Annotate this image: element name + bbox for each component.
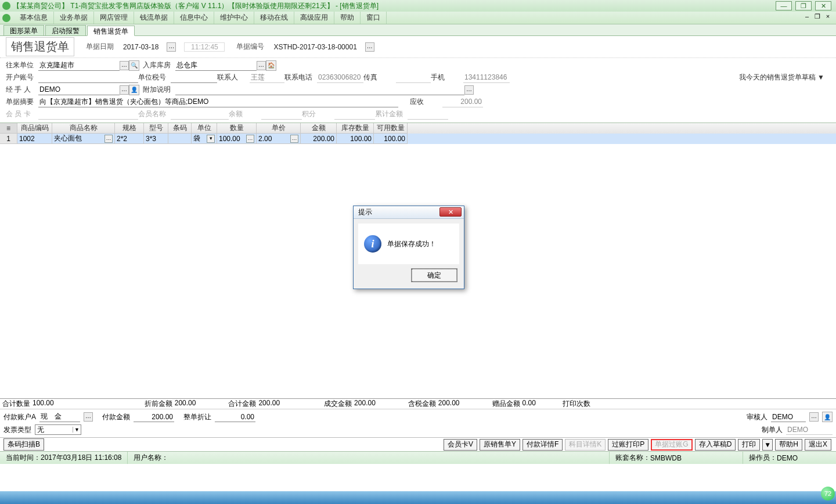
col-code[interactable]: 商品编码 [17, 123, 52, 134]
auditor-lookup-button[interactable]: … [809, 412, 819, 422]
cell-spec[interactable]: 2*2 [115, 134, 144, 144]
grid-row[interactable]: 1 1002 夹心面包… 2*2 3*3 袋▾ 100.00… 2.00… 20… [0, 134, 836, 144]
customer-input[interactable] [38, 60, 120, 71]
cell-name[interactable]: 夹心面包… [52, 134, 115, 144]
menu-shop-mgmt[interactable]: 网店管理 [94, 12, 134, 24]
discount-input[interactable] [215, 412, 255, 422]
cell-price[interactable]: 2.00… [257, 134, 301, 144]
pay-amount-input[interactable] [134, 412, 174, 422]
cell-price-button-icon[interactable]: … [290, 135, 298, 143]
col-qty[interactable]: 数量 [217, 123, 257, 134]
today-drafts-link[interactable]: 我今天的销售退货单草稿 ▼ [739, 73, 824, 82]
col-barcode[interactable]: 条码 [168, 123, 192, 134]
invoice-type-combo[interactable]: ▼ [35, 424, 81, 435]
print-button[interactable]: 打印 [738, 439, 760, 451]
cell-model[interactable]: 3*3 [144, 134, 168, 144]
auditor-input[interactable] [771, 412, 806, 422]
tab-start-alarm[interactable]: 启动报警 [45, 25, 86, 35]
col-spec[interactable]: 规格 [115, 123, 144, 134]
exit-button[interactable]: 退出X [805, 439, 831, 451]
cell-amount[interactable]: 200.00 [301, 134, 337, 144]
doc-date-value[interactable]: 2017-03-18 [123, 43, 158, 51]
minimize-button[interactable]: — [776, 1, 792, 10]
totals-bar: 合计数量100.00 折前金额200.00 合计金额200.00 成交金额200… [0, 398, 836, 409]
payment-area: 付款账户A … 付款金额 整单折让 审核人 … 👤 发票类型 ▼ 制单人 [0, 409, 836, 437]
note-more-button[interactable]: … [464, 85, 474, 95]
mdi-minimize-icon[interactable]: – [802, 13, 812, 20]
handler-detail-icon[interactable]: 👤 [129, 85, 139, 95]
pay-account-lookup-button[interactable]: … [84, 412, 93, 422]
dialog-title-bar[interactable]: 提示 ✕ [354, 206, 464, 219]
col-name[interactable]: 商品名称 [52, 123, 115, 134]
barcode-scan-button[interactable]: 条码扫描B [3, 438, 44, 451]
cell-barcode[interactable] [168, 134, 192, 144]
notification-badge[interactable]: 72 [821, 487, 835, 501]
col-unit[interactable]: 单位 [192, 123, 217, 134]
member-card-button[interactable]: 会员卡V [444, 439, 477, 451]
warehouse-detail-icon[interactable]: 🏠 [266, 60, 276, 71]
col-stock[interactable]: 库存数量 [337, 123, 374, 134]
help-button[interactable]: 帮助H [775, 439, 802, 451]
dialog-close-button[interactable]: ✕ [439, 207, 462, 217]
close-button[interactable]: ✕ [815, 1, 831, 10]
auditor-detail-icon[interactable]: 👤 [822, 412, 833, 422]
post-doc-button[interactable]: 单据过账G [651, 439, 692, 451]
post-print-button[interactable]: 过账打印P [608, 439, 648, 451]
cell-qty-button-icon[interactable]: … [246, 135, 254, 143]
tab-graphic-menu[interactable]: 图形菜单 [3, 25, 44, 35]
handler-lookup-button[interactable]: … [120, 85, 129, 95]
cell-unit[interactable]: 袋▾ [192, 134, 217, 144]
menu-advanced[interactable]: 高级应用 [294, 12, 334, 24]
dialog-ok-button[interactable]: 确定 [412, 269, 457, 282]
date-picker-button[interactable]: … [167, 42, 176, 52]
cell-code[interactable]: 1002 [17, 134, 52, 144]
dialog-title: 提示 [358, 207, 372, 217]
payment-detail-button[interactable]: 付款详情F [522, 439, 563, 451]
taxno-input[interactable] [171, 73, 217, 83]
original-sale-button[interactable]: 原销售单Y [480, 439, 520, 451]
menu-info-center[interactable]: 信息中心 [174, 12, 214, 24]
maximize-button[interactable]: ❐ [795, 1, 812, 10]
customer-detail-icon[interactable]: 🔍 [129, 60, 139, 71]
pay-account-input[interactable] [39, 412, 80, 422]
summary-input[interactable] [38, 97, 398, 107]
docno-lookup-button[interactable]: … [365, 42, 374, 52]
cell-name-lookup-icon[interactable]: … [105, 135, 113, 143]
invoice-type-label: 发票类型 [3, 425, 31, 435]
menu-biz-docs[interactable]: 业务单据 [54, 12, 94, 24]
print-dropdown-button[interactable]: ▼ [762, 439, 773, 451]
col-price[interactable]: 单价 [257, 123, 301, 134]
menu-mobile[interactable]: 移动在线 [254, 12, 294, 24]
doc-no-value[interactable]: XSTHD-2017-03-18-00001 [273, 43, 356, 51]
cell-qty[interactable]: 100.00… [217, 134, 257, 144]
note-input[interactable] [175, 85, 464, 95]
col-avail[interactable]: 可用数量 [374, 123, 408, 134]
menu-help[interactable]: 帮助 [334, 12, 361, 24]
invoice-type-input[interactable] [35, 426, 73, 434]
warehouse-input[interactable] [175, 60, 257, 71]
predisc-value: 200.00 [175, 399, 196, 409]
menu-basic-info[interactable]: 基本信息 [14, 12, 54, 24]
bank-account-input[interactable] [38, 73, 138, 83]
save-draft-button[interactable]: 存入草稿D [695, 439, 736, 451]
col-amount[interactable]: 金额 [301, 123, 337, 134]
mdi-restore-icon[interactable]: ❐ [813, 13, 822, 20]
warehouse-lookup-button[interactable]: … [257, 61, 266, 70]
receivable-label: 应收 [410, 97, 442, 107]
os-taskbar[interactable] [0, 491, 836, 504]
tab-sales-return[interactable]: 销售退货单 [87, 26, 135, 36]
grid-corner[interactable]: ≡ [0, 123, 17, 134]
handler-input[interactable] [38, 85, 120, 95]
chevron-down-icon[interactable]: ▼ [73, 427, 81, 433]
mdi-close-icon[interactable]: × [823, 13, 833, 20]
acc-total-label: 累计金额 [375, 109, 408, 119]
col-model[interactable]: 型号 [144, 123, 168, 134]
menu-window[interactable]: 窗口 [361, 12, 387, 24]
contact-label: 联系人 [217, 73, 250, 82]
member-card-input[interactable] [38, 109, 138, 120]
status-oper-value: DEMO [777, 454, 798, 462]
menu-cash-flow[interactable]: 钱流单据 [134, 12, 174, 24]
cell-unit-dropdown-icon[interactable]: ▾ [207, 135, 215, 143]
menu-maint[interactable]: 维护中心 [214, 12, 254, 24]
customer-lookup-button[interactable]: … [120, 61, 129, 70]
